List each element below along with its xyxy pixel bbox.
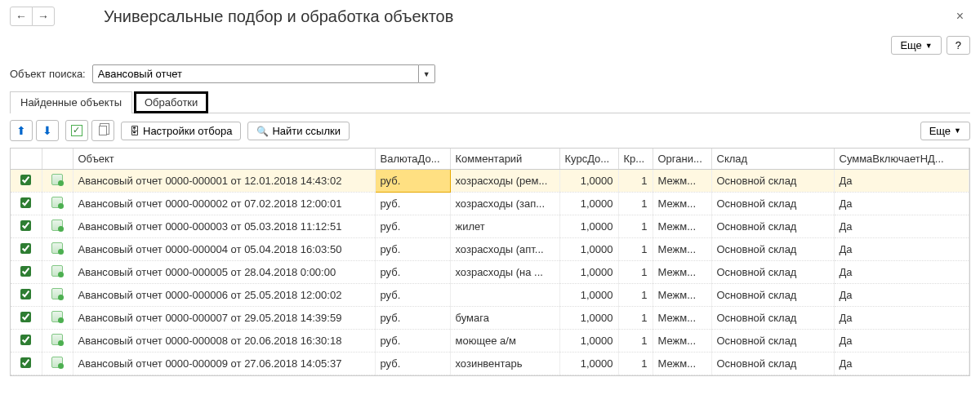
th-sum[interactable]: СуммаВключаетНД... [834, 149, 969, 170]
th-sklad[interactable]: Склад [711, 149, 834, 170]
document-icon [51, 357, 63, 368]
cell-object: Авансовый отчет 0000-000001 от 12.01.201… [73, 170, 375, 193]
row-checkbox[interactable] [20, 243, 31, 254]
th-icon[interactable] [42, 149, 73, 170]
cell-kurs: 1,0000 [559, 193, 618, 215]
tab-found-objects[interactable]: Найденные объекты [10, 91, 132, 113]
cell-currency: руб. [375, 330, 450, 353]
table-row[interactable]: Авансовый отчет 0000-000002 от 07.02.201… [11, 193, 969, 215]
close-button[interactable]: × [950, 9, 970, 24]
row-checkbox[interactable] [20, 175, 31, 185]
cell-kr: 1 [618, 330, 653, 353]
th-kr[interactable]: Кр... [618, 149, 653, 170]
nav-back-button[interactable]: ← [10, 7, 33, 26]
row-checkbox[interactable] [20, 197, 31, 208]
cell-org: Межм... [653, 261, 711, 284]
document-icon [51, 334, 63, 345]
search-label: Объект поиска: [10, 68, 86, 80]
cell-sum: Да [834, 284, 969, 307]
search-object-input[interactable] [92, 64, 419, 83]
table-row[interactable]: Авансовый отчет 0000-000009 от 27.06.201… [11, 353, 969, 375]
table-row[interactable]: Авансовый отчет 0000-000008 от 20.06.201… [11, 330, 969, 353]
nav-forward-button[interactable]: → [32, 7, 55, 26]
row-checkbox[interactable] [20, 335, 31, 345]
move-down-button[interactable]: ⬇ [36, 120, 59, 141]
cell-comment: хозинвентарь [450, 353, 559, 375]
document-icon [51, 197, 63, 208]
cell-org: Межм... [653, 353, 711, 375]
check-all-button[interactable] [65, 120, 88, 141]
cell-object: Авансовый отчет 0000-000005 от 28.04.201… [73, 261, 375, 284]
cell-object: Авансовый отчет 0000-000007 от 29.05.201… [73, 307, 375, 330]
cell-sum: Да [834, 353, 969, 375]
filter-label: Настройки отбора [143, 125, 232, 137]
more-button-toolbar[interactable]: Еще ▼ [920, 122, 970, 140]
cell-kr: 1 [618, 238, 653, 261]
table-row[interactable]: Авансовый отчет 0000-000005 от 28.04.201… [11, 261, 969, 284]
row-checkbox[interactable] [20, 289, 31, 299]
cell-sklad: Основной склад [711, 353, 834, 375]
cell-comment: хозрасходы (зап... [450, 193, 559, 215]
cell-object: Авансовый отчет 0000-000002 от 07.02.201… [73, 193, 375, 215]
cell-kurs: 1,0000 [559, 284, 618, 307]
more-label: Еще [900, 39, 921, 51]
cell-kr: 1 [618, 284, 653, 307]
table-row[interactable]: Авансовый отчет 0000-000003 от 05.03.201… [11, 215, 969, 238]
row-checkbox[interactable] [20, 220, 31, 231]
cell-kr: 1 [618, 193, 653, 215]
row-checkbox[interactable] [20, 312, 31, 322]
row-checkbox[interactable] [20, 357, 31, 368]
cell-currency: руб. [375, 193, 450, 215]
cell-currency: руб. [375, 307, 450, 330]
arrow-down-icon: ⬇ [42, 124, 52, 137]
cell-currency: руб. [375, 284, 450, 307]
chevron-down-icon: ▼ [925, 42, 933, 50]
th-kurs[interactable]: КурсДо... [559, 149, 618, 170]
cell-object: Авансовый отчет 0000-000004 от 05.04.201… [73, 238, 375, 261]
cell-kr: 1 [618, 215, 653, 238]
table-row[interactable]: Авансовый отчет 0000-000001 от 12.01.201… [11, 170, 969, 193]
cell-kurs: 1,0000 [559, 238, 618, 261]
cell-comment: хозрасходы (апт... [450, 238, 559, 261]
cell-sum: Да [834, 193, 969, 215]
cell-org: Межм... [653, 307, 711, 330]
cell-object: Авансовый отчет 0000-000009 от 27.06.201… [73, 353, 375, 375]
document-icon [51, 174, 63, 185]
cell-kurs: 1,0000 [559, 261, 618, 284]
find-links-button[interactable]: Найти ссылки [247, 122, 350, 140]
cell-comment [450, 284, 559, 307]
cell-kurs: 1,0000 [559, 170, 618, 193]
cell-sum: Да [834, 170, 969, 193]
cell-sklad: Основной склад [711, 193, 834, 215]
help-button[interactable]: ? [947, 36, 970, 55]
cell-comment: хозрасходы (на ... [450, 261, 559, 284]
th-check[interactable] [11, 149, 42, 170]
search-dropdown-button[interactable]: ▼ [419, 64, 435, 83]
cell-kurs: 1,0000 [559, 330, 618, 353]
th-object[interactable]: Объект [73, 149, 375, 170]
table-row[interactable]: Авансовый отчет 0000-000006 от 25.05.201… [11, 284, 969, 307]
chevron-down-icon: ▼ [954, 126, 961, 135]
th-currency[interactable]: ВалютаДо... [375, 149, 450, 170]
row-checkbox[interactable] [20, 266, 31, 277]
tab-processing[interactable]: Обработки [134, 91, 208, 113]
th-org[interactable]: Органи... [653, 149, 711, 170]
document-icon [51, 288, 63, 299]
cell-kurs: 1,0000 [559, 353, 618, 375]
cell-kurs: 1,0000 [559, 215, 618, 238]
cell-sklad: Основной склад [711, 307, 834, 330]
table-row[interactable]: Авансовый отчет 0000-000004 от 05.04.201… [11, 238, 969, 261]
copy-button[interactable] [91, 120, 114, 141]
cell-sum: Да [834, 307, 969, 330]
cell-comment: хозрасходы (рем... [450, 170, 559, 193]
cell-comment: бумага [450, 307, 559, 330]
filter-settings-button[interactable]: Настройки отбора [121, 122, 241, 140]
cell-kurs: 1,0000 [559, 307, 618, 330]
move-up-button[interactable]: ⬆ [10, 120, 33, 141]
cell-currency: руб. [375, 238, 450, 261]
table-row[interactable]: Авансовый отчет 0000-000007 от 29.05.201… [11, 307, 969, 330]
copy-icon [99, 126, 107, 135]
th-comment[interactable]: Комментарий [450, 149, 559, 170]
results-table: Объект ВалютаДо... Комментарий КурсДо...… [11, 149, 969, 375]
more-button-top[interactable]: Еще ▼ [891, 36, 941, 55]
